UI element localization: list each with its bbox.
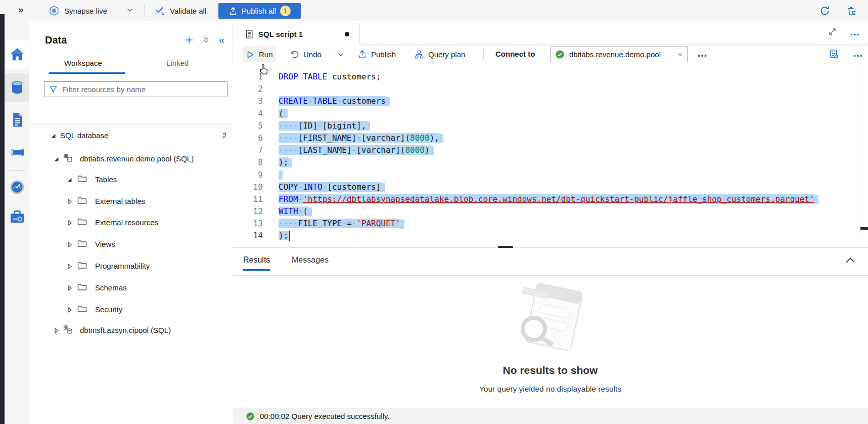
- tree-item-label: dbtlabs.revenue.demo.pool (SQL): [80, 154, 194, 163]
- tab-title: SQL script 1: [258, 30, 303, 38]
- tree-item-dbtlabs-revenue-demo-pool-sql[interactable]: dbtlabs.revenue.demo.pool (SQL): [29, 149, 233, 167]
- tree-item-sql-database[interactable]: SQL database2: [29, 126, 233, 144]
- sql-pool-icon: [63, 325, 73, 334]
- code-line-5: 5····[ID]·[bigint],: [233, 120, 868, 132]
- sidebar-item-home[interactable]: [5, 40, 29, 69]
- code-line-2: 2: [233, 83, 868, 95]
- validate-all-button[interactable]: Validate all: [155, 0, 206, 21]
- tree-item-programmability[interactable]: Programmability: [29, 257, 233, 275]
- tree-item-external-tables[interactable]: External tables: [29, 192, 233, 210]
- toolbar-right-more-icon[interactable]: …: [853, 51, 863, 56]
- tree-item-security[interactable]: Security: [29, 300, 233, 318]
- code-line-7: 7····[LAST_NAME]·[varchar](8000): [233, 144, 868, 156]
- query-plan-button[interactable]: Query plan: [411, 47, 468, 62]
- code-line-14: 14);: [233, 230, 868, 242]
- sidebar-item-manage[interactable]: [5, 202, 29, 231]
- tree-item-label: Views: [95, 240, 115, 248]
- synapse-live-selector[interactable]: Synapse live: [49, 0, 107, 21]
- code-line-4: 4(: [233, 108, 868, 120]
- sql-pool-icon: [63, 154, 73, 163]
- scrollbar-cursor-mark[interactable]: [860, 227, 868, 230]
- text-caret: [289, 231, 290, 241]
- publish-all-button[interactable]: Publish all 1: [218, 3, 301, 19]
- folder-icon: [77, 239, 87, 248]
- twisty-collapsed-icon[interactable]: [66, 306, 73, 313]
- chevron-down-icon[interactable]: [126, 7, 133, 14]
- twisty-expanded-icon[interactable]: [66, 176, 73, 183]
- pool-dropdown[interactable]: dbtlabs.revenue.demo.pool: [551, 47, 688, 62]
- resource-tree: SQL database2dbtlabs.revenue.demo.pool (…: [29, 21, 233, 424]
- code-line-3: 3CREATE·TABLE·customers: [233, 95, 868, 107]
- tree-item-label: Schemas: [95, 283, 127, 292]
- publish-icon: [229, 7, 238, 16]
- collapse-results-chevron-icon[interactable]: [845, 256, 856, 264]
- twisty-collapsed-icon[interactable]: [66, 263, 73, 269]
- expand-nav-icon[interactable]: »: [18, 4, 24, 15]
- monitor-icon: [9, 179, 26, 196]
- unsaved-dot: [345, 32, 349, 36]
- editor-scrollbar-track[interactable]: [860, 64, 860, 247]
- status-message: 00:00:02 Query executed successfully.: [260, 412, 390, 420]
- rail-divider: [9, 170, 25, 171]
- folder-icon: [77, 261, 87, 270]
- tree-item-label: Programmability: [95, 262, 150, 270]
- undo-dropdown-chevron[interactable]: [334, 47, 347, 62]
- run-button[interactable]: Run: [243, 47, 276, 62]
- pool-name: dbtlabs.revenue.demo.pool: [569, 50, 672, 59]
- twisty-expanded-icon[interactable]: [50, 132, 57, 139]
- code-line-11: 11FROM·'https://dbtlabsynapsedatalake.bl…: [233, 193, 868, 205]
- tab-sql-script-1[interactable]: SQL script 1: [238, 23, 360, 45]
- left-edge-strip: [0, 14, 5, 424]
- tab-results[interactable]: Results: [243, 256, 270, 271]
- toolbar-more-icon[interactable]: …: [697, 51, 708, 56]
- tab-messages[interactable]: Messages: [292, 256, 329, 269]
- mode-label: Synapse live: [64, 7, 107, 15]
- refresh-icon[interactable]: [819, 6, 830, 16]
- code-line-9: 9: [233, 169, 868, 181]
- folder-icon: [77, 196, 87, 205]
- sidebar-item-integrate[interactable]: [5, 138, 29, 166]
- synapse-logo-icon: [49, 5, 60, 16]
- undo-label: Undo: [303, 50, 322, 59]
- synapse-studio-window: » Synapse live Validate all Publish all …: [0, 0, 868, 424]
- tree-item-tables[interactable]: Tables: [29, 170, 233, 188]
- publish-count-badge: 1: [280, 6, 291, 16]
- twisty-collapsed-icon[interactable]: [66, 198, 73, 204]
- discard-trash-icon[interactable]: [846, 6, 857, 16]
- code-line-10: 10COPY·INTO·[customers]: [233, 181, 868, 193]
- run-label: Run: [259, 50, 273, 59]
- success-check-icon: [246, 412, 255, 421]
- data-panel: Data « Workspace Linked SQL database2dbt…: [29, 21, 233, 424]
- validate-icon: [155, 6, 166, 16]
- tab-more-icon[interactable]: …: [850, 29, 860, 34]
- chevron-down-icon: [677, 51, 683, 58]
- query-plan-label: Query plan: [428, 50, 465, 59]
- status-bar: 00:00:02 Query executed successfully.: [233, 408, 868, 424]
- tree-item-external-resources[interactable]: External resources: [29, 213, 233, 231]
- tree-item-views[interactable]: Views: [29, 235, 233, 253]
- twisty-collapsed-icon[interactable]: [66, 284, 73, 291]
- tree-item-dbtmsft-azsyn-cipool-sql[interactable]: dbtmsft.azsyn.cipool (SQL): [29, 321, 233, 339]
- home-icon: [9, 46, 26, 63]
- properties-icon[interactable]: [829, 49, 839, 59]
- publish-button[interactable]: Publish: [354, 47, 399, 62]
- sidebar-item-data[interactable]: [5, 73, 29, 102]
- chevron-down-icon: [337, 51, 344, 58]
- undo-button[interactable]: Undo: [287, 47, 325, 62]
- sidebar-item-develop[interactable]: [5, 106, 29, 134]
- twisty-collapsed-icon[interactable]: [53, 327, 60, 333]
- code-editor[interactable]: 1DROP TABLE customers;23CREATE·TABLE·cus…: [233, 64, 868, 247]
- code-line-13: 13····FILE_TYPE·=·'PARQUET': [233, 218, 868, 230]
- expand-editor-icon[interactable]: [828, 27, 837, 36]
- tree-item-label: SQL database: [60, 131, 108, 140]
- manage-icon: [9, 208, 26, 225]
- twisty-collapsed-icon[interactable]: [66, 241, 73, 247]
- sql-script-icon: [245, 29, 254, 39]
- twisty-collapsed-icon[interactable]: [66, 219, 73, 226]
- publish-up-icon: [357, 50, 367, 59]
- sidebar-item-monitor[interactable]: [5, 173, 29, 201]
- twisty-expanded-icon[interactable]: [53, 155, 60, 162]
- tree-item-schemas[interactable]: Schemas: [29, 278, 233, 296]
- publish-label: Publish: [371, 50, 396, 59]
- mouse-cursor: [259, 64, 269, 75]
